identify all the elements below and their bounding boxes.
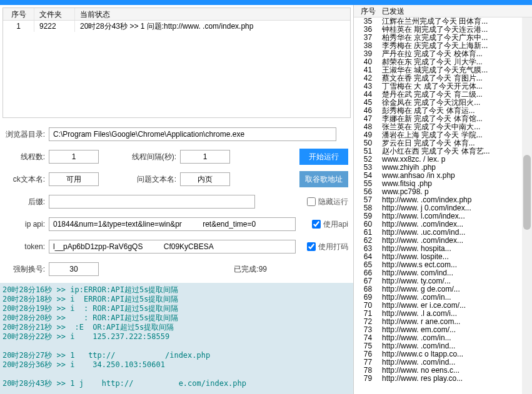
list-item[interactable]: 78http://www. no eens.c...	[354, 367, 532, 375]
list-item[interactable]: 58http://www. j 0.com/index...	[354, 204, 532, 212]
browser-dir-input[interactable]	[49, 127, 336, 141]
list-item[interactable]: 48张兰英在 完成了今天中南大...	[354, 123, 532, 131]
list-item[interactable]: 65http://www.s ect.com...	[354, 261, 532, 269]
list-item[interactable]: 79http://www. res play.co...	[354, 375, 532, 383]
list-item[interactable]: 76http://www.c o ltapp.co...	[354, 350, 532, 358]
list-item[interactable]: 59http://www. l.com/index...	[354, 212, 532, 220]
list-item[interactable]: 47李娜在新 完成了今天 体育馆...	[354, 115, 532, 123]
list-item[interactable]: 39严丹在拉 完成了今天 校体育...	[354, 50, 532, 58]
col-folder: 文件夹	[34, 8, 75, 20]
list-item[interactable]: 53www.zhiyih .php	[354, 164, 532, 172]
token-label: token:	[5, 242, 49, 251]
sent-col-txt: 已发送	[382, 5, 532, 17]
list-item[interactable]: 37柏秀华在 京完成了今天广东中...	[354, 34, 532, 42]
col-status: 当前状态	[75, 8, 350, 20]
suffix-label: 后缀:	[5, 197, 49, 207]
list-item[interactable]: 44楚丹在武 完成了今天 育二级...	[354, 91, 532, 99]
list-item[interactable]: 52www.xx8zc. / lex. p	[354, 155, 532, 164]
ip-api-label: ip api:	[5, 220, 49, 229]
list-item[interactable]: 63http://www. hospita...	[354, 245, 532, 253]
list-item[interactable]: 73http://www. em.com/...	[354, 326, 532, 334]
browser-dir-label: 浏览器目录:	[5, 129, 49, 140]
question-text-input[interactable]	[180, 172, 230, 186]
list-item[interactable]: 67http://www. ty.com/...	[354, 277, 532, 285]
hide-run-checkbox[interactable]: 隐藏运行	[307, 197, 348, 207]
use-api-checkbox[interactable]: 使用api	[312, 219, 348, 230]
sent-col-idx: 序号	[354, 5, 382, 17]
list-item[interactable]: 64http://www. lospite...	[354, 253, 532, 261]
done-text: 已完成:99	[234, 264, 267, 275]
thread-interval-label: 线程间隔(秒):	[124, 152, 180, 162]
list-item[interactable]: 42蔡文在香 完成了今天 育图片...	[354, 74, 532, 82]
list-item[interactable]: 43丁雪梅在 大 成了今天开元体...	[354, 82, 532, 91]
list-item[interactable]: 70http://www. er i.ce.com/...	[354, 302, 532, 310]
list-item[interactable]: 71http://www. .l a.com/i...	[354, 310, 532, 318]
list-item[interactable]: 74http://www. .com/in...	[354, 334, 532, 342]
ip-api-input[interactable]	[49, 217, 296, 231]
col-idx: 序号	[3, 8, 34, 20]
start-button[interactable]: 开始运行	[299, 149, 348, 165]
thread-interval-input[interactable]	[180, 150, 230, 164]
list-item[interactable]: 72http://www. r ane.com...	[354, 318, 532, 326]
list-item[interactable]: 46彭秀梅在 成了今天 体育运...	[354, 107, 532, 115]
list-item[interactable]: 49潘岩在上海 完成了今天 学院...	[354, 131, 532, 139]
list-item[interactable]: 56www.pc798. p	[354, 188, 532, 196]
list-item[interactable]: 35江辉在兰州完成了今天 田体育...	[354, 17, 532, 26]
use-dama-checkbox[interactable]: 使用打码	[307, 242, 348, 252]
list-item[interactable]: 45徐金凤在 完成了今天沈阳火...	[354, 99, 532, 107]
list-item[interactable]: 60http://www. .com/index...	[354, 220, 532, 229]
list-item[interactable]: 61http://www. .uc.com/ind...	[354, 229, 532, 237]
window-titlebar	[0, 0, 532, 5]
log-output: 20时28分16秒 >> ip:ERROR:API超过5s提取间隔 20时28分…	[0, 283, 353, 394]
list-item[interactable]: 36钟桂英在 期完成了今天连云港...	[354, 26, 532, 34]
sent-list[interactable]: 35江辉在兰州完成了今天 田体育...36钟桂英在 期完成了今天连云港...37…	[354, 17, 532, 394]
list-item[interactable]: 62http://www. .com/index...	[354, 237, 532, 245]
force-break-label: 强制换号:	[5, 264, 49, 275]
list-item[interactable]: 68http://www. g de.com/...	[354, 285, 532, 293]
force-break-input[interactable]	[49, 262, 99, 276]
list-item[interactable]: 55www.fitsiq .php	[354, 180, 532, 188]
thread-count-input[interactable]	[49, 150, 99, 164]
list-item[interactable]: 77http://www. .com/ind...	[354, 358, 532, 367]
scrollbar-thumb[interactable]	[523, 155, 531, 230]
list-item[interactable]: 66http://www. com/ind...	[354, 269, 532, 277]
ck-text-label: ck文本名:	[5, 174, 49, 185]
scrollbar[interactable]	[522, 5, 532, 394]
list-item[interactable]: 54www.anhsao /in x.php	[354, 172, 532, 180]
question-text-label: 问题文本名:	[124, 174, 180, 185]
list-item[interactable]: 57http://www. .com/index.php	[354, 196, 532, 204]
list-item[interactable]: 40郝荣在东 完成了今天 川大学...	[354, 58, 532, 66]
list-item[interactable]: 38李秀梅在 庆完成了今天上海新...	[354, 42, 532, 50]
get-google-button[interactable]: 取谷歌地址	[299, 171, 348, 187]
list-item[interactable]: 50罗云在日 完成了今天 体育...	[354, 139, 532, 147]
list-item[interactable]: 69http://www. .com/in...	[354, 293, 532, 302]
suffix-input[interactable]	[49, 195, 255, 209]
ck-text-input[interactable]	[49, 172, 99, 186]
list-item[interactable]: 75http://www. .com/ind...	[354, 342, 532, 350]
list-item[interactable]: 41王淑华在 城完成了今天充气膜...	[354, 66, 532, 74]
thread-count-label: 线程数:	[5, 152, 49, 162]
list-item[interactable]: 51赵小红在西 完成了今天 体育艺...	[354, 147, 532, 155]
left-status-table: 序号 文件夹 当前状态 1922220时28分43秒 >> 1 问题:http:…	[3, 7, 351, 118]
token-input[interactable]	[49, 240, 296, 254]
table-row[interactable]: 1922220时28分43秒 >> 1 问题:http://www. .com/…	[3, 21, 350, 32]
